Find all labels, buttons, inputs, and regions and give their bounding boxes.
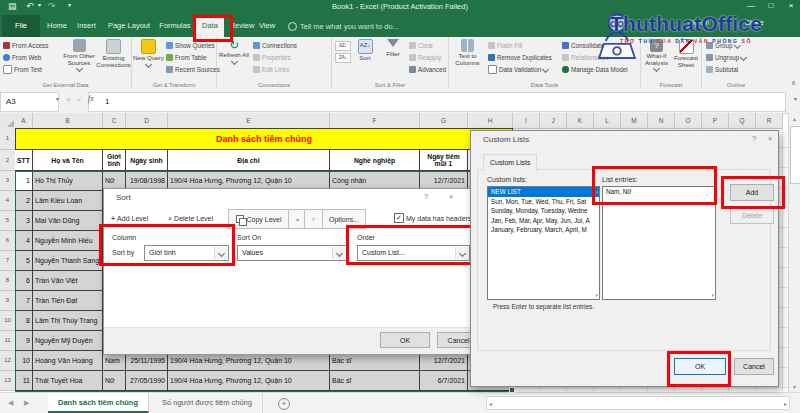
close-icon[interactable]: ×: [782, 1, 800, 10]
collapse-ribbon-icon[interactable]: ∧: [791, 79, 796, 87]
name-box[interactable]: A3: [0, 92, 59, 112]
data-cell[interactable]: Nguyễn Minh Hiếu: [33, 231, 103, 251]
help-icon[interactable]: ?: [747, 134, 761, 143]
column-header-M[interactable]: M: [621, 113, 648, 129]
data-cell[interactable]: 4: [15, 231, 33, 251]
header-cell-Ngày sinh[interactable]: Ngày sinh: [126, 150, 168, 171]
data-cell[interactable]: 27/05/1990: [126, 371, 168, 391]
expand-formula-bar-icon[interactable]: ▾: [794, 95, 797, 102]
ribbon-tab-insert[interactable]: Insert: [74, 15, 99, 37]
delete-button[interactable]: Delete: [730, 207, 774, 224]
edit-links-button[interactable]: Edit Links: [253, 64, 289, 74]
row-header-8[interactable]: 8: [0, 271, 16, 291]
refresh-all-button[interactable]: ↻Refresh All: [219, 39, 249, 64]
row-header-10[interactable]: 10: [0, 311, 16, 331]
column-header-L[interactable]: L: [594, 113, 621, 129]
scroll-left-icon[interactable]: ◂: [489, 400, 492, 407]
data-cell[interactable]: 2: [15, 191, 33, 211]
column-header-R[interactable]: R: [756, 113, 783, 129]
data-cell[interactable]: 3: [15, 211, 33, 231]
ribbon-tab-page-layout[interactable]: Page Layout: [104, 15, 154, 37]
column-header-F[interactable]: F: [330, 113, 420, 129]
sort-ok-button[interactable]: OK: [380, 332, 430, 348]
column-header-B[interactable]: B: [33, 113, 103, 129]
row-header-2[interactable]: 2: [0, 150, 16, 171]
subtotal-button[interactable]: Subtotal: [706, 64, 738, 74]
column-header-J[interactable]: J: [540, 113, 567, 129]
copy-level-button[interactable]: Copy Level: [228, 209, 290, 229]
relationships-button[interactable]: Relationships: [562, 52, 609, 62]
data-cell[interactable]: Nguyễn Thanh Sang: [33, 251, 103, 271]
select-all-corner[interactable]: [0, 113, 16, 129]
data-cell[interactable]: 6/7/2021: [420, 371, 468, 391]
from-web-button[interactable]: From Web: [3, 52, 41, 62]
add-level-button[interactable]: +Add Level: [109, 209, 150, 227]
order-dropdown[interactable]: Custom List...: [357, 245, 470, 261]
reapply-button[interactable]: Reapply: [409, 52, 441, 62]
sort-ascending-button[interactable]: AZ↓: [335, 41, 351, 51]
text-to-columns-button[interactable]: Text to Columns: [451, 39, 484, 66]
sign-in-link[interactable]: Sign in: [688, 19, 709, 26]
data-cell[interactable]: 7: [15, 291, 33, 311]
ribbon-tab-formulas[interactable]: Formulas: [159, 15, 191, 37]
manage-data-model-button[interactable]: Manage Data Model: [562, 64, 628, 74]
ribbon-tab-home[interactable]: Home: [45, 15, 69, 37]
what-if-analysis-button[interactable]: ?What-If Analysis: [642, 39, 671, 71]
column-header-N[interactable]: N: [648, 113, 675, 129]
column-header-O[interactable]: O: [675, 113, 702, 129]
header-cell-Họ và Tên[interactable]: Họ và Tên: [33, 150, 103, 171]
options-button[interactable]: Options...: [322, 209, 366, 229]
from-table-button[interactable]: From Table: [166, 52, 206, 62]
column-header-P[interactable]: P: [702, 113, 729, 129]
column-header-K[interactable]: K: [567, 113, 594, 129]
column-header-G[interactable]: G: [420, 113, 468, 129]
custom-lists-tab[interactable]: Custom Lists: [483, 154, 537, 171]
from-access-button[interactable]: From Access: [3, 40, 48, 50]
custom-lists-ok-button[interactable]: OK: [674, 358, 726, 375]
filter-button[interactable]: Filter: [380, 39, 406, 58]
data-cell[interactable]: 6: [15, 271, 33, 291]
clear-filter-button[interactable]: Clear: [409, 40, 433, 50]
sort-button[interactable]: AZ↓Sort: [353, 39, 377, 62]
fill-handle[interactable]: [509, 387, 515, 393]
data-cell[interactable]: 11: [15, 371, 33, 391]
cancel-entry-icon[interactable]: ×: [66, 95, 71, 104]
ribbon-tab-review[interactable]: Review: [229, 15, 255, 37]
ungroup-button[interactable]: Ungroup: [706, 52, 746, 62]
existing-connections-button[interactable]: Existing Connections: [97, 39, 130, 68]
header-cell-STT[interactable]: STT: [15, 150, 33, 171]
data-cell[interactable]: Hồ Thị Thủy: [33, 171, 103, 191]
column-header-C[interactable]: C: [103, 113, 126, 129]
new-sheet-icon[interactable]: +: [278, 398, 290, 410]
insert-function-icon[interactable]: fx: [88, 94, 94, 103]
column-header-Q[interactable]: Q: [729, 113, 756, 129]
sort-by-dropdown[interactable]: Giới tính: [144, 245, 229, 261]
new-query-button[interactable]: New Query: [133, 39, 164, 67]
sheet-tab-danh-sach[interactable]: Danh sách tiêm chủng: [48, 393, 149, 413]
vertical-scrollbar[interactable]: ▴ ▾: [788, 113, 800, 392]
sort-on-dropdown[interactable]: Values: [237, 245, 347, 261]
group-button[interactable]: Group: [706, 40, 740, 50]
name-box-dropdown-icon[interactable]: ▾: [56, 95, 59, 102]
close-icon[interactable]: ×: [763, 134, 777, 143]
column-header-E[interactable]: E: [168, 113, 330, 129]
restore-icon[interactable]: □: [762, 1, 780, 10]
header-cell-Nghề nghiệp[interactable]: Nghề nghiệp: [330, 150, 420, 171]
custom-list-item[interactable]: NEW LIST: [488, 187, 599, 197]
custom-list-item[interactable]: Sunday, Monday, Tuesday, Wedne: [488, 206, 599, 216]
ribbon-tab-data[interactable]: Data: [196, 15, 224, 37]
data-validation-button[interactable]: Data Validation: [488, 64, 548, 74]
scroll-down-icon[interactable]: ▾: [789, 383, 800, 390]
formula-input[interactable]: 1: [88, 92, 786, 112]
custom-lists-cancel-button[interactable]: Cancel: [734, 358, 774, 375]
data-cell[interactable]: 10: [15, 351, 33, 371]
data-cell[interactable]: Lâm Thị Thùy Trang: [33, 311, 103, 331]
enter-entry-icon[interactable]: ✓: [76, 95, 83, 104]
header-cell-Giới tính[interactable]: Giới tính: [103, 150, 126, 171]
data-cell[interactable]: Lâm Kiều Loan: [33, 191, 103, 211]
title-cell[interactable]: Danh sách tiêm chủng: [15, 128, 513, 150]
data-cell[interactable]: Mai Văn Dũng: [33, 211, 103, 231]
move-down-button[interactable]: ▼: [304, 209, 323, 229]
tell-me-box[interactable]: Tell me what you want to do...: [288, 19, 399, 33]
forecast-sheet-button[interactable]: Forecast Sheet: [672, 39, 700, 68]
